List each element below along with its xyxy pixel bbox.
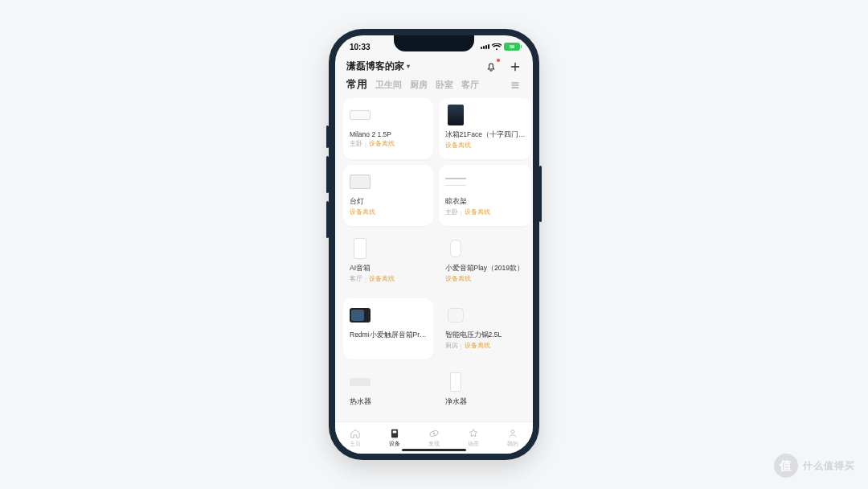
device-room: 客厅: [350, 275, 362, 283]
notifications-button[interactable]: [485, 60, 497, 73]
box-icon: [350, 238, 371, 259]
watermark: 值 什么值得买: [774, 454, 855, 478]
power-button: [539, 166, 542, 222]
separator: |: [461, 209, 462, 216]
nav-home[interactable]: 主页: [350, 428, 361, 448]
device-name: 冰箱21Face（十字四门…: [445, 130, 526, 140]
watermark-badge: 值: [774, 454, 798, 478]
tab-0[interactable]: 常用: [346, 78, 367, 92]
device-name: 台灯: [350, 197, 427, 207]
device-meta: 主卧|设备离线: [445, 208, 526, 216]
separator: |: [461, 343, 462, 350]
purifier-icon: [445, 372, 466, 392]
volume-up-button: [326, 156, 329, 193]
device-status: 设备离线: [369, 275, 395, 283]
room-tabs: 常用卫生间厨房卧室客厅: [335, 78, 533, 98]
tab-3[interactable]: 卧室: [436, 79, 453, 91]
device-card[interactable]: 小爱音箱Play（2019款）设备离线: [439, 232, 532, 293]
device-card[interactable]: Redmi小爱触屏音箱Pr…: [343, 298, 433, 360]
notch: [394, 35, 474, 51]
separator: |: [365, 141, 366, 148]
phone-screen: 10:33 59 潇磊博客的家 ▾: [335, 35, 533, 454]
rack-icon: [445, 171, 466, 192]
nav-label: 设备: [389, 440, 400, 448]
fridge-icon: [445, 105, 466, 125]
device-card[interactable]: 净水器: [439, 365, 532, 417]
nav-label: 场景: [468, 440, 479, 448]
device-meta: 设备离线: [445, 142, 526, 150]
device-card[interactable]: AI音箱客厅|设备离线: [343, 232, 433, 293]
nav-me[interactable]: 我的: [507, 428, 518, 448]
device-status: 设备离线: [465, 208, 490, 216]
wifi-icon: [492, 43, 502, 51]
menu-icon: [510, 80, 520, 90]
device-meta: 设备离线: [445, 275, 526, 283]
discover-icon: [428, 428, 440, 439]
nav-label: 发现: [428, 440, 440, 448]
device-card[interactable]: Milano 2 1.5P主卧|设备离线: [343, 98, 433, 159]
device-list[interactable]: Milano 2 1.5P主卧|设备离线冰箱21Face（十字四门…设备离线台灯…: [335, 98, 533, 417]
device-meta: 设备离线: [350, 208, 427, 216]
device-name: Milano 2 1.5P: [350, 130, 427, 138]
device-room: 主卧: [350, 140, 362, 148]
cellular-signal-icon: [481, 44, 489, 49]
watermark-text: 什么值得买: [803, 459, 855, 473]
device-status: 设备离线: [465, 342, 490, 350]
home-icon: [350, 428, 361, 439]
device-room: 厨房: [445, 342, 458, 350]
nav-discover[interactable]: 发现: [428, 428, 440, 448]
plus-icon: [510, 61, 521, 72]
device-name: Redmi小爱触屏音箱Pr…: [350, 331, 427, 340]
device-card[interactable]: 热水器: [343, 365, 433, 417]
device-name: AI音箱: [350, 264, 427, 273]
device-status: 设备离线: [350, 208, 375, 216]
heater-icon: [350, 372, 371, 392]
tabs-menu-button[interactable]: [509, 79, 522, 92]
device-name: 小爱音箱Play（2019款）: [445, 264, 526, 273]
pot-icon: [445, 305, 466, 326]
chevron-down-icon: ▾: [407, 63, 410, 70]
device-status: 设备离线: [369, 140, 395, 148]
add-device-button[interactable]: [509, 60, 522, 73]
app-header: 潇磊博客的家 ▾: [335, 58, 533, 78]
svg-point-4: [511, 430, 514, 434]
volume-down-button: [326, 201, 329, 238]
device-name: 热水器: [350, 397, 427, 407]
device-card[interactable]: 台灯设备离线: [343, 165, 433, 226]
home-indicator: [402, 449, 466, 451]
nav-label: 主页: [350, 440, 361, 448]
device-status: 设备离线: [445, 275, 471, 283]
ac-icon: [350, 105, 371, 125]
separator: |: [365, 276, 366, 283]
scene-icon: [468, 428, 479, 439]
device-meta: 厨房|设备离线: [445, 342, 526, 350]
device-card[interactable]: 智能电压力锅2.5L厨房|设备离线: [439, 298, 532, 360]
bell-icon: [485, 61, 497, 72]
tab-2[interactable]: 厨房: [410, 79, 428, 91]
notification-dot-icon: [497, 59, 500, 62]
tab-1[interactable]: 卫生间: [375, 79, 402, 91]
redmi-icon: [350, 305, 371, 326]
svg-point-3: [433, 433, 435, 434]
battery-icon: 59: [504, 43, 520, 51]
device-status: 设备离线: [445, 142, 471, 150]
mute-switch: [326, 125, 329, 148]
device-icon: [389, 428, 400, 439]
nav-device[interactable]: 设备: [389, 428, 400, 448]
device-card[interactable]: 晾衣架主卧|设备离线: [439, 165, 532, 226]
speaker-icon: [445, 238, 466, 259]
home-selector[interactable]: 潇磊博客的家 ▾: [346, 60, 410, 73]
device-room: 主卧: [445, 208, 458, 216]
device-card[interactable]: 冰箱21Face（十字四门…设备离线: [439, 98, 532, 159]
device-meta: 主卧|设备离线: [350, 140, 427, 148]
nav-label: 我的: [507, 440, 518, 448]
device-name: 晾衣架: [445, 197, 526, 207]
monitor-icon: [350, 171, 371, 192]
me-icon: [507, 428, 518, 439]
svg-rect-1: [392, 431, 396, 434]
tab-4[interactable]: 客厅: [461, 79, 479, 91]
nav-scene[interactable]: 场景: [468, 428, 479, 448]
device-meta: 客厅|设备离线: [350, 275, 427, 283]
device-name: 净水器: [445, 397, 526, 407]
status-time: 10:33: [350, 43, 371, 51]
